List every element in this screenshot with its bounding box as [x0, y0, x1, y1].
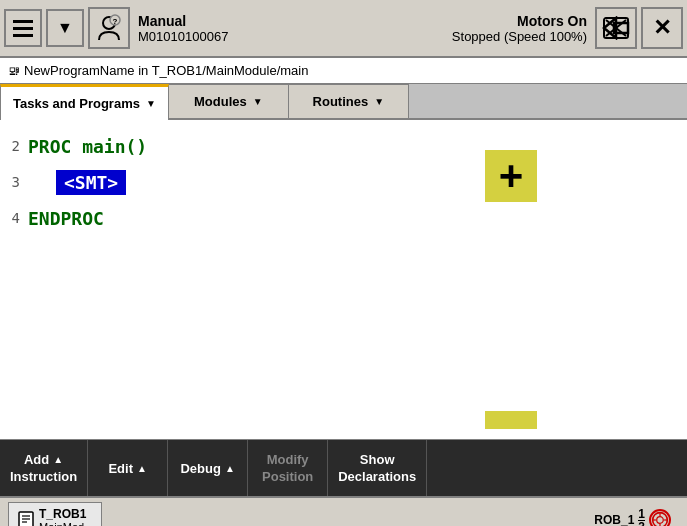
- line-number-4: 4: [0, 210, 28, 226]
- motors-status: Motors On: [452, 13, 587, 29]
- show-declarations-sublabel: Declarations: [338, 469, 416, 484]
- modify-position-label: Modify: [267, 452, 309, 467]
- line-content-2: PROC main(): [28, 136, 147, 157]
- tab-routines[interactable]: Routines ▼: [289, 84, 409, 118]
- tab-tasks-programs-label: Tasks and Programs: [13, 96, 140, 111]
- line-number-3: 3: [0, 174, 28, 190]
- task-line1: T_ROB1: [39, 507, 93, 521]
- add-instruction-sublabel: Instruction: [10, 469, 77, 484]
- robot-status: ROB_1 1 3: [586, 504, 679, 527]
- tab-routines-arrow: ▼: [374, 96, 384, 107]
- plus-icon: +: [499, 155, 524, 197]
- code-lines: 2 PROC main() 3 <SMT> 4 ENDPROC: [0, 120, 687, 244]
- robot-icon: [651, 509, 669, 526]
- tab-bar: Tasks and Programs ▼ Modules ▼ Routines …: [0, 84, 687, 120]
- fraction-numerator: 1: [638, 508, 645, 521]
- show-declarations-label: Show: [360, 452, 395, 467]
- status-fraction: 1 3: [638, 508, 645, 527]
- zoom-out-button[interactable]: [485, 411, 537, 429]
- tab-tasks-programs[interactable]: Tasks and Programs ▼: [0, 84, 169, 120]
- title-info: Manual M01010100067: [130, 13, 452, 44]
- tab-tasks-programs-arrow: ▼: [146, 98, 156, 109]
- edit-button[interactable]: Edit ▲: [88, 440, 168, 496]
- smt-tag[interactable]: <SMT>: [56, 170, 126, 195]
- status-info: Motors On Stopped (Speed 100%): [452, 13, 595, 44]
- task-status[interactable]: T_ROB1 MainMod...: [8, 502, 102, 526]
- modify-position-button[interactable]: Modify Position: [248, 440, 328, 496]
- debug-row: Debug ▲: [180, 461, 234, 476]
- close-button[interactable]: ✕: [641, 7, 683, 49]
- close-icon: ✕: [653, 15, 671, 41]
- user-button[interactable]: ?: [88, 7, 130, 49]
- code-area: 2 PROC main() 3 <SMT> 4 ENDPROC +: [0, 120, 687, 440]
- edit-row: Edit ▲: [108, 461, 146, 476]
- title-bar: ▼ ? Manual M01010100067 Motors On Stoppe…: [0, 0, 687, 58]
- edit-label: Edit: [108, 461, 133, 476]
- svg-text:?: ?: [113, 17, 118, 26]
- breadcrumb-bar: 🖳 NewProgramName in T_ROB1/MainModule/ma…: [0, 58, 687, 84]
- status-bar: T_ROB1 MainMod... ROB_1 1 3: [0, 496, 687, 526]
- hamburger-button[interactable]: [4, 9, 42, 47]
- tab-modules[interactable]: Modules ▼: [169, 84, 289, 118]
- chevron-down-button[interactable]: ▼: [46, 9, 84, 47]
- line-content-3: <SMT>: [28, 170, 126, 195]
- fraction-denominator: 3: [638, 521, 645, 527]
- tab-modules-arrow: ▼: [253, 96, 263, 107]
- edit-arrow: ▲: [137, 463, 147, 474]
- task-text: T_ROB1 MainMod...: [39, 507, 93, 526]
- rob-label: ROB_1: [594, 513, 634, 526]
- back-icon: [602, 16, 630, 40]
- debug-arrow: ▲: [225, 463, 235, 474]
- title-bar-right-controls: ✕: [595, 7, 683, 49]
- breadcrumb-icon: 🖳: [8, 64, 20, 78]
- task-icon: [17, 511, 35, 526]
- back-button[interactable]: [595, 7, 637, 49]
- task-line2: MainMod...: [39, 521, 93, 526]
- add-instruction-row: Add ▲: [24, 452, 63, 467]
- add-instruction-arrow: ▲: [53, 454, 63, 465]
- hamburger-icon: [13, 20, 33, 37]
- code-line-4[interactable]: 4 ENDPROC: [0, 200, 687, 236]
- line-number-2: 2: [0, 138, 28, 154]
- code-line-2[interactable]: 2 PROC main(): [0, 128, 687, 164]
- debug-label: Debug: [180, 461, 220, 476]
- breadcrumb: NewProgramName in T_ROB1/MainModule/main: [24, 63, 308, 78]
- svg-point-14: [657, 517, 664, 524]
- tab-routines-label: Routines: [313, 94, 369, 109]
- robot-status-icon: [649, 509, 671, 526]
- chevron-down-icon: ▼: [57, 19, 73, 37]
- bottom-toolbar: Add ▲ Instruction Edit ▲ Debug ▲ Modify …: [0, 440, 687, 496]
- controller-id: M01010100067: [138, 29, 452, 44]
- speed-status: Stopped (Speed 100%): [452, 29, 587, 44]
- show-declarations-button[interactable]: Show Declarations: [328, 440, 427, 496]
- debug-button[interactable]: Debug ▲: [168, 440, 248, 496]
- title-bar-left-controls: ▼ ?: [4, 7, 130, 49]
- line-content-4: ENDPROC: [28, 208, 104, 229]
- modify-position-sublabel: Position: [262, 469, 313, 484]
- zoom-in-button[interactable]: +: [485, 150, 537, 202]
- add-instruction-button[interactable]: Add ▲ Instruction: [0, 440, 88, 496]
- code-line-3[interactable]: 3 <SMT>: [0, 164, 687, 200]
- tab-modules-label: Modules: [194, 94, 247, 109]
- add-instruction-label: Add: [24, 452, 49, 467]
- mode-label: Manual: [138, 13, 452, 29]
- user-icon: ?: [95, 14, 123, 42]
